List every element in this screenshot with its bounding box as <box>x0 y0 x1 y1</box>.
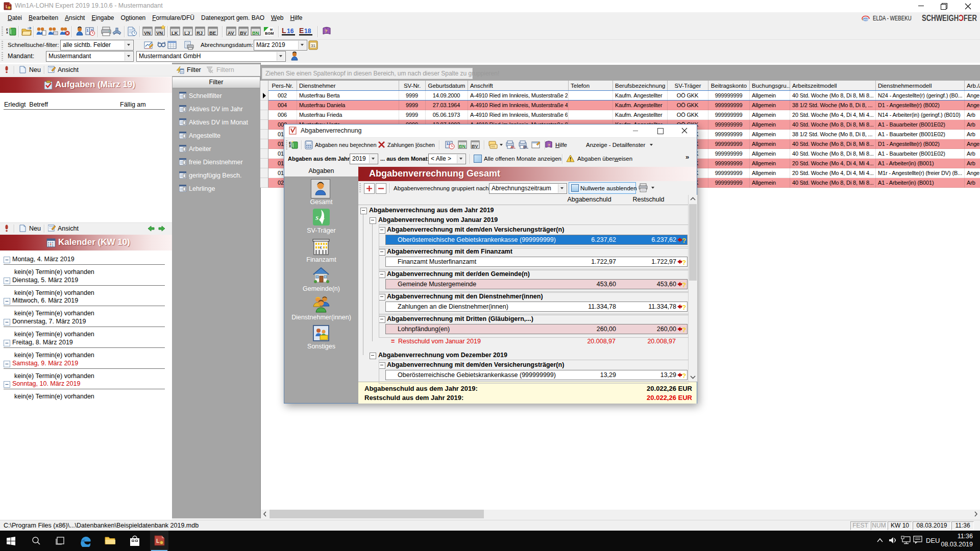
svg-text:BV: BV <box>472 144 478 149</box>
svg-text:?: ? <box>548 143 550 147</box>
svg-text:L: L <box>156 538 160 544</box>
svg-text:?: ? <box>682 259 686 265</box>
svg-text:RJ: RJ <box>197 30 203 36</box>
svg-text:?: ? <box>682 304 686 310</box>
svg-text:AL: AL <box>510 145 516 149</box>
svg-text:?: ? <box>682 281 686 288</box>
svg-text:?: ? <box>682 237 686 243</box>
svg-text:€: € <box>320 246 322 250</box>
svg-text:?: ? <box>682 326 686 333</box>
svg-text:LJ: LJ <box>184 30 190 36</box>
svg-text:16: 16 <box>287 28 294 35</box>
svg-text:?: ? <box>682 372 686 379</box>
svg-text:M: M <box>270 28 273 31</box>
svg-text:elda: elda <box>864 18 870 21</box>
svg-text:18: 18 <box>304 28 311 35</box>
svg-text:X: X <box>289 144 291 148</box>
svg-text:S: S <box>315 215 318 221</box>
svg-text:X: X <box>6 31 8 34</box>
svg-text:E: E <box>299 27 304 35</box>
svg-text:31: 31 <box>311 43 315 48</box>
svg-text:VN: VN <box>144 30 151 36</box>
svg-text:BGM: BGM <box>265 31 274 36</box>
svg-text:BN: BN <box>459 144 465 149</box>
svg-text:BE: BE <box>209 30 216 36</box>
svg-text:?: ? <box>325 29 328 34</box>
svg-text:1: 1 <box>87 29 89 32</box>
svg-text:AV: AV <box>228 30 234 36</box>
svg-text:BN: BN <box>252 30 259 36</box>
svg-text:BL: BL <box>523 145 528 149</box>
svg-text:BV: BV <box>240 30 247 36</box>
svg-text:L: L <box>282 27 286 35</box>
svg-text:LK: LK <box>172 30 178 36</box>
svg-text:VN: VN <box>156 30 163 36</box>
